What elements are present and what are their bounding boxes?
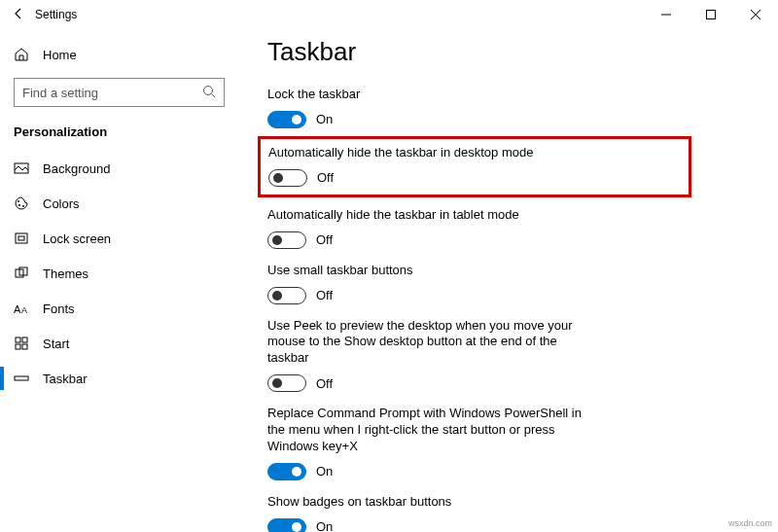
svg-point-8 xyxy=(18,204,20,206)
setting-label: Use small taskbar buttons xyxy=(267,263,598,279)
setting-label: Show badges on taskbar buttons xyxy=(267,494,598,511)
svg-point-9 xyxy=(22,205,24,207)
svg-rect-17 xyxy=(22,337,27,342)
setting-powershell: Replace Command Prompt with Windows Powe… xyxy=(267,406,749,480)
background-icon xyxy=(14,160,29,176)
sidebar-item-taskbar[interactable]: Taskbar xyxy=(0,361,238,396)
lockscreen-icon xyxy=(14,231,29,246)
fonts-icon: AA xyxy=(14,301,29,316)
setting-autohide-tablet: Automatically hide the taskbar in tablet… xyxy=(267,207,749,249)
svg-rect-16 xyxy=(16,337,20,342)
sidebar-item-label: Fonts xyxy=(43,301,75,316)
svg-rect-18 xyxy=(16,344,20,349)
setting-badges: Show badges on taskbar buttons On xyxy=(267,494,749,532)
toggle-state: Off xyxy=(316,376,333,391)
sidebar-item-label: Background xyxy=(43,161,110,176)
sidebar-item-label: Themes xyxy=(43,266,88,281)
svg-point-7 xyxy=(18,200,19,202)
svg-rect-20 xyxy=(15,376,28,380)
sidebar-item-label: Taskbar xyxy=(43,372,88,386)
sidebar-item-lockscreen[interactable]: Lock screen xyxy=(0,221,238,256)
sidebar-item-fonts[interactable]: AA Fonts xyxy=(0,291,238,326)
window-title: Settings xyxy=(35,8,77,21)
taskbar-icon xyxy=(14,371,29,386)
svg-point-4 xyxy=(204,86,213,94)
themes-icon xyxy=(14,266,29,281)
search-input[interactable]: Find a setting xyxy=(14,78,225,107)
toggle-autohide-tablet[interactable] xyxy=(267,231,306,249)
toggle-state: Off xyxy=(317,170,334,185)
svg-rect-1 xyxy=(707,11,716,19)
sidebar-home[interactable]: Home xyxy=(0,39,238,70)
sidebar-item-colors[interactable]: Colors xyxy=(0,186,238,221)
svg-rect-11 xyxy=(18,236,24,240)
highlight-box: Automatically hide the taskbar in deskto… xyxy=(258,136,691,197)
home-icon xyxy=(14,47,29,62)
sidebar-item-label: Start xyxy=(43,337,69,351)
svg-text:A: A xyxy=(21,305,27,315)
colors-icon xyxy=(14,195,29,211)
toggle-state: On xyxy=(316,519,333,532)
home-label: Home xyxy=(43,48,77,62)
section-label: Personalization xyxy=(0,121,238,151)
setting-label: Use Peek to preview the desktop when you… xyxy=(267,318,598,368)
setting-label: Automatically hide the taskbar in tablet… xyxy=(267,207,598,224)
toggle-lock-taskbar[interactable] xyxy=(267,111,306,128)
sidebar-item-background[interactable]: Background xyxy=(0,151,238,186)
toggle-small-buttons[interactable] xyxy=(267,287,306,304)
svg-line-5 xyxy=(212,93,216,97)
toggle-state: Off xyxy=(316,288,333,302)
svg-rect-19 xyxy=(22,344,27,349)
search-placeholder: Find a setting xyxy=(22,86,98,100)
setting-label: Automatically hide the taskbar in deskto… xyxy=(268,145,533,161)
toggle-state: On xyxy=(316,112,333,126)
setting-autohide-desktop: Automatically hide the taskbar in deskto… xyxy=(268,145,533,187)
svg-rect-10 xyxy=(16,233,27,243)
setting-small-buttons: Use small taskbar buttons Off xyxy=(267,263,749,304)
minimize-button[interactable] xyxy=(644,0,689,29)
sidebar-item-label: Lock screen xyxy=(43,231,111,246)
toggle-peek[interactable] xyxy=(267,374,306,392)
toggle-state: On xyxy=(316,464,333,479)
window-controls xyxy=(644,0,778,29)
main-content: Taskbar Lock the taskbar On Automaticall… xyxy=(238,29,778,532)
setting-label: Replace Command Prompt with Windows Powe… xyxy=(267,406,598,455)
setting-label: Lock the taskbar xyxy=(267,87,598,103)
sidebar: Home Find a setting Personalization Back… xyxy=(0,29,238,532)
toggle-powershell[interactable] xyxy=(267,463,306,480)
toggle-state: Off xyxy=(316,232,333,247)
maximize-button[interactable] xyxy=(689,0,733,29)
setting-lock-taskbar: Lock the taskbar On xyxy=(267,87,749,128)
watermark: wsxdn.com xyxy=(728,518,772,528)
sidebar-item-start[interactable]: Start xyxy=(0,326,238,361)
sidebar-item-themes[interactable]: Themes xyxy=(0,256,238,291)
back-button[interactable] xyxy=(8,7,35,23)
start-icon xyxy=(14,336,29,351)
setting-peek: Use Peek to preview the desktop when you… xyxy=(267,318,749,393)
svg-text:A: A xyxy=(14,303,21,315)
page-title: Taskbar xyxy=(267,37,749,67)
sidebar-item-label: Colors xyxy=(43,196,80,211)
search-icon xyxy=(202,85,216,101)
toggle-autohide-desktop[interactable] xyxy=(268,169,307,187)
toggle-badges[interactable] xyxy=(267,518,306,532)
close-button[interactable] xyxy=(733,0,778,29)
